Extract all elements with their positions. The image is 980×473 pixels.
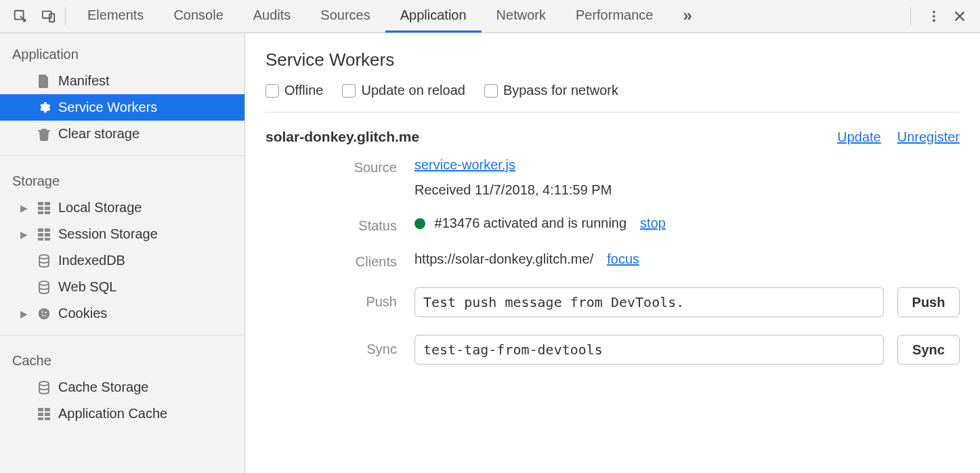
source-file-link[interactable]: service-worker.js xyxy=(414,157,515,173)
status-running-icon xyxy=(414,218,425,229)
trash-icon xyxy=(37,127,51,141)
focus-link[interactable]: focus xyxy=(607,251,639,267)
label-status: Status xyxy=(265,215,414,234)
sidebar-item-local-storage[interactable]: ▶ Local Storage xyxy=(0,194,244,221)
svg-rect-14 xyxy=(38,233,43,236)
svg-point-20 xyxy=(39,308,50,319)
svg-rect-31 xyxy=(45,417,50,420)
checkbox-bypass-network[interactable]: Bypass for network xyxy=(484,83,618,98)
sidebar-section-storage: Storage xyxy=(0,164,244,194)
checkbox-icon xyxy=(265,84,279,98)
checkbox-label: Offline xyxy=(284,83,323,98)
toolbar-divider xyxy=(910,7,911,26)
panel-tabs: Elements Console Audits Sources Applicat… xyxy=(72,0,903,33)
svg-rect-26 xyxy=(38,408,43,411)
tab-application[interactable]: Application xyxy=(385,0,482,33)
sidebar-item-session-storage[interactable]: ▶ Session Storage xyxy=(0,221,244,247)
grid-icon xyxy=(37,228,51,241)
sidebar-item-label: Service Workers xyxy=(58,100,157,115)
sidebar-item-application-cache[interactable]: Application Cache xyxy=(0,400,244,427)
push-button[interactable]: Push xyxy=(897,287,960,317)
gear-icon xyxy=(37,101,51,115)
checkbox-icon xyxy=(342,84,356,98)
svg-rect-8 xyxy=(38,207,43,210)
svg-point-4 xyxy=(933,15,935,18)
sidebar-item-service-workers[interactable]: Service Workers xyxy=(0,94,244,121)
sidebar-item-label: Session Storage xyxy=(58,226,158,242)
sidebar-section-application: Application xyxy=(0,43,244,68)
push-input[interactable] xyxy=(414,287,884,317)
stop-link[interactable]: stop xyxy=(640,215,666,231)
checkbox-update-on-reload[interactable]: Update on reload xyxy=(342,83,465,98)
svg-point-18 xyxy=(39,255,49,259)
application-sidebar: Application Manifest Service Workers Cle… xyxy=(0,33,245,473)
tab-audits[interactable]: Audits xyxy=(238,0,306,33)
svg-point-5 xyxy=(933,20,935,22)
client-url: https://solar-donkey.glitch.me/ xyxy=(414,251,593,267)
label-source: Source xyxy=(265,157,414,176)
svg-rect-16 xyxy=(38,238,43,241)
document-icon xyxy=(37,75,51,88)
tab-sources[interactable]: Sources xyxy=(305,0,385,33)
tabs-overflow-icon[interactable]: » xyxy=(668,0,706,33)
sidebar-item-cookies[interactable]: ▶ Cookies xyxy=(0,300,244,327)
sidebar-item-indexeddb[interactable]: IndexedDB xyxy=(0,247,244,274)
sidebar-item-label: Clear storage xyxy=(58,126,140,142)
checkbox-icon xyxy=(484,84,498,98)
checkbox-label: Bypass for network xyxy=(503,83,618,98)
sidebar-item-web-sql[interactable]: Web SQL xyxy=(0,274,244,300)
sidebar-item-label: Cache Storage xyxy=(58,379,148,395)
inspect-element-icon[interactable] xyxy=(11,7,30,26)
sync-input[interactable] xyxy=(414,335,884,365)
close-icon[interactable] xyxy=(950,7,969,26)
svg-rect-9 xyxy=(45,207,50,210)
svg-rect-10 xyxy=(38,211,43,214)
chevron-right-icon: ▶ xyxy=(20,308,30,319)
unregister-link[interactable]: Unregister xyxy=(897,129,960,145)
tab-elements[interactable]: Elements xyxy=(72,0,158,33)
svg-rect-27 xyxy=(45,408,50,411)
sync-button[interactable]: Sync xyxy=(897,335,960,365)
database-icon xyxy=(37,381,51,394)
tab-performance[interactable]: Performance xyxy=(561,0,668,33)
svg-point-3 xyxy=(933,11,935,14)
sidebar-section-cache: Cache xyxy=(0,344,244,374)
label-clients: Clients xyxy=(265,251,414,270)
sidebar-item-label: Manifest xyxy=(58,73,110,89)
status-text: #13476 activated and is running xyxy=(435,215,627,230)
device-toggle-icon[interactable] xyxy=(39,7,58,26)
tab-network[interactable]: Network xyxy=(482,0,561,33)
svg-rect-13 xyxy=(45,228,50,232)
devtools-toolbar: Elements Console Audits Sources Applicat… xyxy=(0,0,980,33)
sidebar-item-label: Web SQL xyxy=(58,279,116,295)
sidebar-item-clear-storage[interactable]: Clear storage xyxy=(0,121,244,147)
tab-console[interactable]: Console xyxy=(158,0,238,33)
svg-point-24 xyxy=(45,315,47,316)
sw-origin: solar-donkey.glitch.me xyxy=(265,129,419,145)
svg-point-21 xyxy=(41,311,43,313)
svg-rect-6 xyxy=(38,202,43,205)
checkbox-offline[interactable]: Offline xyxy=(265,83,323,98)
svg-rect-28 xyxy=(38,413,43,416)
grid-icon xyxy=(37,408,51,420)
database-icon xyxy=(37,254,51,268)
svg-point-22 xyxy=(45,312,47,314)
svg-rect-15 xyxy=(45,233,50,236)
sidebar-item-cache-storage[interactable]: Cache Storage xyxy=(0,374,244,400)
sidebar-item-label: Cookies xyxy=(58,306,107,321)
sidebar-divider xyxy=(0,155,244,156)
label-sync: Sync xyxy=(265,335,414,357)
toolbar-divider xyxy=(65,7,66,26)
update-link[interactable]: Update xyxy=(837,129,881,145)
sidebar-divider xyxy=(0,335,244,335)
svg-point-25 xyxy=(39,382,49,386)
database-icon xyxy=(37,281,51,294)
svg-point-23 xyxy=(42,314,44,316)
svg-point-19 xyxy=(39,281,49,285)
sidebar-item-manifest[interactable]: Manifest xyxy=(0,68,244,94)
svg-rect-30 xyxy=(38,417,43,420)
sidebar-item-label: IndexedDB xyxy=(58,253,125,268)
kebab-menu-icon[interactable] xyxy=(924,7,943,26)
sidebar-item-label: Local Storage xyxy=(58,200,142,215)
page-title: Service Workers xyxy=(265,49,960,70)
